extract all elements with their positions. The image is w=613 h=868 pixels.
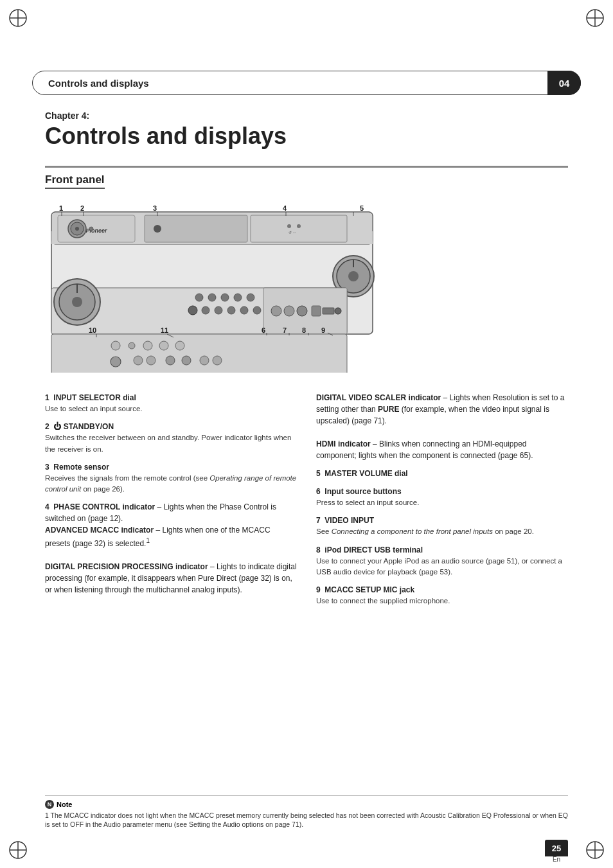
chapter-heading: Chapter 4: Controls and displays [45, 111, 287, 149]
svg-point-36 [247, 294, 254, 301]
item-1: 1 INPUT SELECTOR dial Use to select an i… [45, 392, 297, 414]
svg-rect-48 [323, 308, 334, 314]
header-bar: Controls and displays [32, 71, 581, 95]
item-8: 8 iPod DIRECT USB terminal Use to connec… [316, 544, 568, 578]
svg-point-35 [234, 294, 242, 301]
svg-point-24 [287, 224, 291, 228]
svg-point-37 [188, 306, 197, 315]
front-panel-heading: Front panel [45, 173, 105, 189]
page-number: 25 [545, 840, 568, 856]
corner-mark-tr [585, 8, 605, 28]
note-icon: N [45, 800, 54, 809]
svg-point-32 [195, 294, 203, 301]
note-text: 1 The MCACC indicator does not light whe… [45, 811, 568, 829]
item-4-cont: DIGITAL VIDEO SCALER indicator – Lights … [316, 392, 568, 461]
svg-point-33 [208, 294, 216, 301]
chapter-sub: Chapter 4: [45, 111, 287, 121]
chapter-main: Controls and displays [45, 123, 287, 149]
svg-point-22 [154, 225, 161, 233]
svg-text:9: 9 [321, 326, 325, 334]
svg-text:1: 1 [59, 204, 63, 212]
svg-point-63 [166, 356, 175, 365]
svg-point-42 [253, 306, 261, 314]
note-label: Note [57, 801, 72, 808]
chapter-badge: 04 [547, 71, 581, 95]
svg-point-25 [297, 224, 301, 228]
svg-point-38 [202, 306, 209, 314]
svg-text:2: 2 [80, 204, 84, 212]
svg-point-29 [348, 271, 359, 281]
item-7: 7 VIDEO INPUT See Connecting a component… [316, 515, 568, 537]
svg-point-45 [284, 306, 294, 316]
corner-mark-br [585, 840, 605, 860]
svg-point-20 [89, 227, 93, 231]
svg-text:↺ ↔: ↺ ↔ [289, 231, 297, 235]
content-col-left: 1 INPUT SELECTOR dial Use to select an i… [45, 392, 297, 613]
corner-mark-tl [8, 8, 28, 28]
note-header: N Note [45, 800, 568, 809]
svg-point-60 [111, 357, 121, 367]
item-4: 4 PHASE CONTROL indicator – Lights when … [45, 501, 297, 596]
svg-text:5: 5 [360, 204, 364, 212]
item-2: 2 ⏻ STANDBY/ON Switches the receiver bet… [45, 421, 297, 455]
svg-rect-54 [51, 334, 347, 373]
corner-mark-bl [8, 840, 28, 860]
item-5: 5 MASTER VOLUME dial [316, 468, 568, 479]
svg-text:6: 6 [262, 326, 265, 334]
svg-point-58 [159, 341, 168, 350]
svg-rect-47 [312, 306, 321, 316]
chapter-divider [45, 166, 568, 168]
svg-text:7: 7 [283, 326, 287, 334]
svg-point-57 [143, 341, 152, 350]
svg-point-44 [271, 306, 281, 316]
item-6: 6 Input source buttons Press to select a… [316, 486, 568, 508]
svg-point-19 [75, 227, 79, 231]
svg-point-62 [147, 356, 155, 365]
svg-point-65 [200, 356, 209, 365]
header-title: Controls and displays [48, 78, 149, 89]
svg-rect-23 [251, 215, 347, 242]
svg-point-61 [134, 356, 143, 365]
svg-point-49 [335, 308, 341, 314]
svg-point-66 [213, 356, 222, 365]
diagram-area: Pioneer ↺ ↔ [45, 193, 379, 373]
svg-point-55 [111, 341, 120, 350]
page-lang: En [545, 856, 568, 863]
content-area: 1 INPUT SELECTOR dial Use to select an i… [45, 392, 568, 613]
svg-point-64 [182, 356, 191, 365]
item-3: 3 Remote sensor Receives the signals fro… [45, 461, 297, 495]
svg-text:3: 3 [153, 204, 157, 212]
svg-point-40 [227, 306, 235, 314]
svg-point-41 [240, 306, 248, 314]
note-area: N Note 1 The MCACC indicator does not li… [45, 795, 568, 829]
svg-point-52 [72, 297, 82, 307]
svg-text:8: 8 [302, 326, 306, 334]
svg-text:10: 10 [89, 326, 96, 334]
svg-point-46 [297, 306, 307, 316]
svg-text:Pioneer: Pioneer [85, 227, 107, 234]
svg-point-34 [221, 294, 229, 301]
svg-text:11: 11 [161, 326, 168, 334]
content-col-right: DIGITAL VIDEO SCALER indicator – Lights … [316, 392, 568, 613]
svg-point-56 [129, 342, 135, 349]
item-9: 9 MCACC SETUP MIC jack Use to connect th… [316, 584, 568, 607]
svg-point-59 [175, 341, 184, 350]
svg-point-39 [215, 306, 222, 314]
svg-text:4: 4 [283, 204, 287, 212]
